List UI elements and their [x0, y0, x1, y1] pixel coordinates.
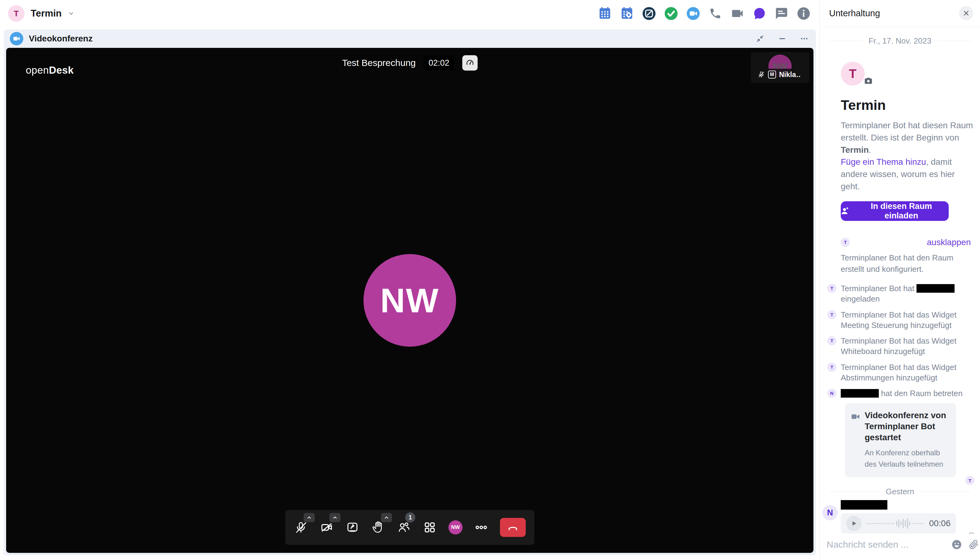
mic-muted-icon	[757, 71, 765, 78]
room-header: T Termin	[0, 0, 820, 27]
conference-header: Test Besprechung 02:02	[342, 55, 478, 71]
invite-to-room-button[interactable]: In diesen Raum einladen	[841, 201, 949, 221]
conference-toolbar: 1 NW	[285, 510, 535, 545]
videoconference-widget-icon	[10, 32, 23, 45]
participants-count-badge: 1	[405, 513, 415, 523]
widget-menu-icon[interactable]	[800, 35, 808, 43]
main-column: T Termin	[0, 0, 820, 559]
mic-toggle-button[interactable]	[294, 520, 308, 534]
main-participant-avatar: NW	[363, 254, 456, 347]
performance-indicator-button[interactable]	[462, 55, 478, 71]
widget-title: Videokonferenz	[29, 34, 750, 43]
event-avatar: T	[827, 363, 836, 372]
widget-actions	[756, 35, 808, 43]
camera-edit-icon[interactable]	[864, 74, 873, 88]
participant-tile-label: M Nikla…	[754, 69, 804, 80]
videoconference-widget: Videokonferenz openDesk	[4, 30, 816, 555]
event-avatar: T	[827, 310, 836, 319]
tasks-check-icon[interactable]	[664, 6, 678, 21]
self-avatar-button[interactable]: NW	[449, 520, 462, 534]
date-separator: Fr., 17. Nov. 2023	[829, 36, 971, 46]
phone-icon[interactable]	[708, 6, 723, 21]
sidebar-header: Unterhaltung	[820, 0, 980, 26]
room-summary[interactable]: T Termin	[8, 5, 74, 22]
play-button[interactable]	[846, 516, 861, 531]
info-icon[interactable]	[796, 6, 811, 21]
shrink-widget-icon[interactable]	[756, 35, 764, 43]
event-avatar: T	[827, 336, 836, 346]
widget-header: Videokonferenz	[4, 30, 816, 48]
attachment-icon[interactable]	[968, 539, 979, 550]
read-receipt-avatar: T	[965, 476, 975, 485]
timeline-event: T Terminplaner Bot hat eingeladen	[841, 283, 974, 304]
collapsed-events-summary: Terminplaner Bot hat den Raum erstellt u…	[841, 252, 970, 275]
conference-timer: 02:02	[424, 56, 454, 70]
delivered-check-icon	[967, 532, 976, 534]
event-avatar: N	[827, 389, 836, 398]
room-profile-name: Termin	[841, 97, 971, 113]
message-composer	[820, 534, 980, 559]
timeline-event: T Terminplaner Bot hat das Widget Whiteb…	[841, 336, 974, 357]
redacted-name	[841, 389, 879, 398]
mic-options-chevron[interactable]	[304, 513, 315, 522]
chevron-down-icon	[68, 10, 74, 17]
event-avatar: T	[841, 238, 850, 247]
close-sidebar-button[interactable]	[959, 6, 973, 20]
calendar-settings-icon[interactable]	[620, 6, 634, 21]
videoconference-started-card[interactable]: Videokonferenz von Terminplaner Bot gest…	[845, 403, 956, 477]
room-name: Termin	[31, 8, 62, 19]
camera-toggle-button[interactable]	[320, 520, 334, 534]
calendar-icon[interactable]	[597, 6, 612, 21]
screenshare-button[interactable]	[345, 520, 360, 534]
add-topic-link[interactable]: Füge ein Thema hinzu	[841, 157, 926, 167]
matrix-badge: M	[768, 71, 776, 79]
emoji-icon[interactable]	[951, 539, 962, 550]
hand-options-chevron[interactable]	[381, 513, 392, 522]
voice-message-group: N 00:06	[841, 500, 971, 534]
videocam-icon	[851, 412, 860, 470]
read-receipt-row: T	[841, 477, 971, 485]
voice-message-bubble: 00:06	[841, 513, 956, 534]
chat-timeline[interactable]: Fr., 17. Nov. 2023 T Termin Terminplaner…	[820, 26, 980, 534]
tile-view-button[interactable]	[423, 520, 437, 534]
app: T Termin	[0, 0, 980, 559]
card-title: Videokonferenz von Terminplaner Bot gest…	[865, 410, 950, 443]
chat-bubble-icon[interactable]	[752, 6, 767, 21]
room-profile: T Termin Terminplaner Bot hat diesen Rau…	[841, 62, 971, 221]
topbar-icons	[597, 6, 811, 21]
participant-tile[interactable]: NW M Nikla…	[751, 52, 809, 83]
collapsed-events-row: T ausklappen	[841, 238, 971, 247]
conference-title: Test Besprechung	[342, 58, 416, 68]
sidebar-title: Unterhaltung	[829, 8, 880, 18]
timeline-event: T Terminplaner Bot hat das Widget Meetin…	[841, 309, 974, 331]
camera-icon[interactable]	[730, 6, 745, 21]
chat-sidebar: Unterhaltung Fr., 17. Nov. 2023 T Termin…	[820, 0, 980, 559]
camera-options-chevron[interactable]	[330, 513, 340, 522]
card-subtitle: An Konferenz oberhalb des Verlaufs teiln…	[865, 447, 950, 470]
room-profile-description: Terminplaner Bot hat diesen Raum erstell…	[841, 119, 973, 193]
event-avatar: T	[827, 284, 836, 293]
whiteboard-icon[interactable]	[642, 6, 657, 21]
video-call-icon[interactable]	[686, 6, 701, 21]
timeline-event: T Terminplaner Bot hat das Widget Abstim…	[841, 362, 974, 383]
audio-waveform[interactable]	[866, 517, 924, 529]
voice-duration: 00:06	[929, 519, 950, 528]
date-separator: Gestern	[829, 487, 971, 496]
room-avatar: T	[8, 5, 25, 22]
redacted-sender-name	[841, 500, 888, 509]
message-input[interactable]	[827, 539, 945, 550]
sender-avatar: N	[822, 505, 838, 520]
raise-hand-button[interactable]	[371, 520, 385, 534]
room-profile-avatar: T	[841, 62, 865, 86]
more-actions-button[interactable]	[474, 520, 488, 534]
timeline-event: N hat den Raum betreten	[841, 388, 974, 399]
participants-button[interactable]: 1	[397, 520, 411, 534]
hangup-button[interactable]	[500, 518, 526, 537]
feedback-icon[interactable]	[774, 6, 789, 21]
minimize-widget-icon[interactable]	[778, 35, 787, 43]
participant-tile-name: Nikla…	[779, 71, 800, 79]
expand-events-link[interactable]: ausklappen	[927, 238, 971, 247]
video-stage: openDesk Test Besprechung 02:02 NW	[6, 48, 813, 553]
opendesk-logo: openDesk	[26, 64, 74, 76]
redacted-name	[917, 284, 955, 293]
